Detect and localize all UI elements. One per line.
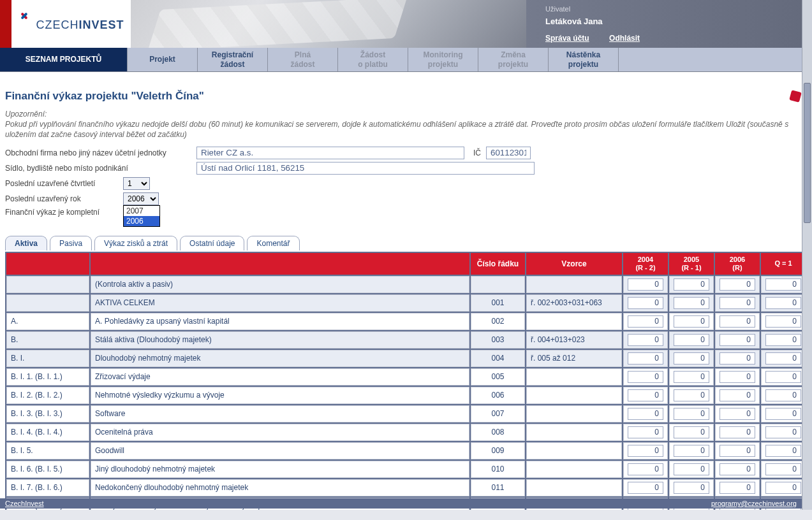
value-input-r3-c2[interactable]: [720, 334, 755, 346]
value-input-r4-c2[interactable]: [720, 352, 755, 365]
value-input-r5-c1[interactable]: [674, 371, 709, 383]
cell-code: B.: [6, 331, 89, 349]
cell-code: B. I.: [6, 350, 89, 367]
year-option-2007[interactable]: 2007: [124, 206, 159, 216]
help-icon[interactable]: [789, 90, 802, 103]
value-input-r7-c3[interactable]: [765, 408, 801, 420]
value-input-r2-c1[interactable]: [674, 315, 709, 328]
cell-code: B. I. 7. (B. I. 6.): [6, 479, 89, 496]
addr-input[interactable]: [196, 162, 535, 175]
cell-val: [715, 276, 760, 293]
table-row: B. I. 4. (B. I. 4.)Ocenitelná práva008: [6, 424, 806, 441]
value-input-r5-c2[interactable]: [720, 371, 755, 383]
value-input-r2-c0[interactable]: [628, 315, 663, 328]
value-input-r9-c1[interactable]: [674, 445, 709, 457]
value-input-r4-c0[interactable]: [628, 352, 663, 365]
year-option-2006[interactable]: 2006: [124, 216, 159, 226]
tab-pasiva[interactable]: Pasiva: [50, 236, 92, 250]
value-input-r9-c2[interactable]: [720, 445, 755, 457]
value-input-r1-c1[interactable]: [674, 297, 709, 309]
value-input-r11-c3[interactable]: [765, 482, 801, 494]
value-input-r10-c3[interactable]: [765, 463, 801, 475]
cell-name: A. Pohledávky za upsaný vlastní kapitál: [91, 313, 469, 330]
value-input-r8-c2[interactable]: [720, 426, 755, 438]
value-input-r10-c0[interactable]: [628, 463, 663, 475]
cell-formula: ř. 004+013+023: [526, 331, 622, 349]
footer-left[interactable]: CzechInvest: [5, 500, 44, 507]
value-input-r4-c1[interactable]: [674, 352, 709, 365]
value-input-r0-c1[interactable]: [674, 278, 709, 291]
scrollbar-thumb[interactable]: [804, 83, 811, 223]
value-input-r6-c2[interactable]: [720, 389, 755, 401]
ic-input[interactable]: [486, 147, 531, 159]
value-input-r0-c2[interactable]: [720, 278, 755, 291]
value-input-r2-c2[interactable]: [720, 315, 755, 328]
value-input-r1-c0[interactable]: [628, 297, 663, 309]
value-input-r8-c1[interactable]: [674, 426, 709, 438]
cell-val: [761, 276, 806, 293]
quarter-select[interactable]: 1: [123, 177, 150, 190]
link-account[interactable]: Správa účtu: [545, 34, 589, 43]
value-input-r10-c2[interactable]: [720, 463, 755, 475]
value-input-r7-c0[interactable]: [628, 408, 663, 420]
tab-aktiva[interactable]: Aktiva: [5, 236, 47, 250]
nav-item-1[interactable]: Projekt: [128, 48, 198, 71]
value-input-r3-c0[interactable]: [628, 334, 663, 346]
value-input-r5-c3[interactable]: [765, 371, 801, 383]
value-input-r11-c2[interactable]: [720, 482, 755, 494]
nav-item-2[interactable]: Registračnížádost: [198, 48, 268, 71]
value-input-r7-c1[interactable]: [674, 408, 709, 420]
cell-name: (Kontrola aktiv a pasiv): [91, 276, 469, 293]
value-input-r8-c3[interactable]: [765, 426, 801, 438]
cell-val: [623, 461, 668, 478]
footer-right[interactable]: programy@czechinvest.org: [711, 500, 797, 507]
cell-val: [669, 313, 714, 330]
cell-code: A.: [6, 313, 89, 330]
horizontal-scrollbar[interactable]: [0, 510, 812, 520]
logo-text-bold: INVEST: [79, 18, 124, 31]
value-input-r3-c1[interactable]: [674, 334, 709, 346]
nav-item-0[interactable]: SEZNAM PROJEKTŮ: [0, 48, 128, 71]
firm-input[interactable]: [196, 147, 464, 159]
tab-komentář[interactable]: Komentář: [247, 236, 299, 250]
value-input-r1-c2[interactable]: [720, 297, 755, 309]
year-dropdown-list[interactable]: 20072006: [123, 205, 160, 227]
cell-name: Software: [91, 405, 469, 422]
th-y2: 2006(R): [715, 253, 760, 275]
cell-val: [623, 294, 668, 312]
value-input-r0-c3[interactable]: [765, 278, 801, 291]
cell-rownum: 001: [471, 294, 525, 312]
year-label: Poslední uzavřený rok: [5, 194, 123, 203]
tab-výkaz-zisků-a-ztrát[interactable]: Výkaz zisků a ztrát: [94, 236, 177, 250]
value-input-r2-c3[interactable]: [765, 315, 801, 328]
link-logout[interactable]: Odhlásit: [609, 34, 640, 43]
sheet-table: Číslo řádku Vzorce 2004(R - 2) 2005(R - …: [5, 252, 807, 520]
value-input-r0-c0[interactable]: [628, 278, 663, 291]
cell-code: B. I. 6. (B. I. 5.): [6, 461, 89, 478]
year-select[interactable]: 2006: [123, 192, 159, 205]
table-row: B. I. 5.Goodwill009: [6, 442, 806, 459]
vertical-scrollbar[interactable]: [802, 0, 812, 510]
value-input-r6-c1[interactable]: [674, 389, 709, 401]
th-q: Q = 1: [761, 253, 806, 275]
value-input-r11-c1[interactable]: [674, 482, 709, 494]
value-input-r6-c3[interactable]: [765, 389, 801, 401]
value-input-r7-c2[interactable]: [720, 408, 755, 420]
tab-ostatní-údaje[interactable]: Ostatní údaje: [180, 236, 244, 250]
firm-label: Obchodní firma nebo jiný název účetní je…: [5, 148, 196, 157]
cell-val: [715, 424, 760, 441]
th-blank2: [91, 253, 469, 275]
value-input-r10-c1[interactable]: [674, 463, 709, 475]
value-input-r1-c3[interactable]: [765, 297, 801, 309]
value-input-r11-c0[interactable]: [628, 482, 663, 494]
value-input-r5-c0[interactable]: [628, 371, 663, 383]
value-input-r8-c0[interactable]: [628, 426, 663, 438]
value-input-r3-c3[interactable]: [765, 334, 801, 346]
value-input-r9-c0[interactable]: [628, 445, 663, 457]
value-input-r4-c3[interactable]: [765, 352, 801, 365]
cell-val: [761, 424, 806, 441]
value-input-r9-c3[interactable]: [765, 445, 801, 457]
header-band: CZECHINVEST Uživatel Letáková Jana Správ…: [0, 0, 812, 48]
nav-item-7[interactable]: Nástěnkaprojektu: [549, 48, 619, 71]
value-input-r6-c0[interactable]: [628, 389, 663, 401]
